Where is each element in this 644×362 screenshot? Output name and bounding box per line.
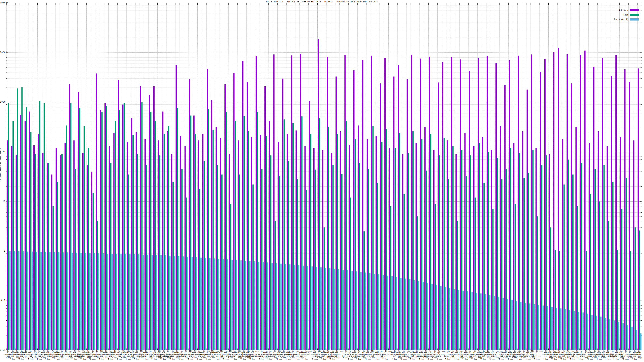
bar-not-spam	[20, 115, 21, 350]
bar-not-spam	[198, 140, 199, 350]
bar-not-spam	[562, 139, 563, 350]
bar-spam	[377, 183, 378, 350]
bar-not-spam	[149, 95, 150, 350]
bar-not-spam	[144, 139, 146, 350]
bar-not-spam	[500, 126, 501, 350]
bar-not-spam	[220, 138, 221, 350]
bar-spam	[181, 169, 182, 350]
bar-not-spam	[242, 61, 244, 350]
bar-score	[405, 279, 406, 350]
bar-score	[267, 263, 268, 350]
bar-score	[280, 264, 282, 350]
bar-score	[32, 252, 33, 350]
bar-spam	[461, 150, 462, 350]
bar-score	[174, 256, 175, 350]
bar-score	[560, 309, 562, 350]
bar-not-spam	[51, 175, 52, 350]
bar-spam	[239, 175, 240, 350]
bar-spam	[568, 159, 569, 350]
bar-score	[578, 312, 579, 350]
bar-not-spam	[522, 131, 523, 350]
bar-score	[196, 257, 197, 350]
bar-spam	[230, 204, 232, 350]
bar-score	[352, 271, 352, 350]
bar-score	[227, 259, 228, 350]
bar-not-spam	[74, 140, 75, 350]
bar-not-spam	[518, 56, 519, 350]
bar-not-spam	[433, 150, 434, 350]
bar-not-spam	[575, 127, 576, 350]
bar-spam	[204, 161, 205, 350]
bar-spam	[457, 221, 458, 350]
bar-score	[45, 252, 46, 350]
bar-not-spam	[304, 146, 306, 350]
bar-score	[49, 252, 50, 350]
bar-score	[187, 257, 188, 350]
bar-spam	[44, 103, 45, 350]
bar-spam	[630, 251, 631, 350]
plot-area	[6, 3, 642, 350]
bar-not-spam	[207, 69, 208, 350]
bar-spam	[466, 176, 467, 350]
bar-not-spam	[354, 70, 354, 350]
bar-score	[529, 304, 530, 350]
bar-not-spam	[504, 85, 506, 350]
bar-spam	[319, 118, 320, 350]
bar-score	[134, 254, 135, 350]
bar-not-spam	[527, 89, 528, 350]
legend-label-score: Score (0..1)	[614, 18, 628, 20]
bar-spam	[190, 115, 192, 350]
bar-not-spam	[371, 56, 372, 350]
bar-not-spam	[42, 153, 44, 350]
bar-spam	[390, 206, 392, 350]
bar-score	[338, 269, 339, 350]
bar-spam	[222, 175, 222, 350]
bar-score	[27, 252, 28, 350]
bar-score	[209, 258, 210, 350]
bar-not-spam	[176, 65, 177, 350]
bar-score	[365, 273, 366, 350]
bar-not-spam	[171, 154, 172, 350]
bar-not-spam	[406, 79, 408, 350]
bar-score	[147, 255, 148, 350]
bar-not-spam	[260, 135, 261, 350]
bar-spam	[368, 169, 369, 350]
bar-score	[489, 295, 490, 350]
bar-spam	[564, 184, 565, 350]
bar-score	[392, 276, 393, 350]
bar-score	[23, 251, 24, 350]
bar-spam	[21, 87, 22, 350]
bar-not-spam	[78, 92, 79, 350]
bar-not-spam	[571, 83, 572, 350]
bar-score	[285, 264, 286, 350]
bar-not-spam	[162, 112, 164, 350]
bar-not-spam	[638, 68, 639, 350]
bar-score	[502, 298, 504, 350]
bar-spam	[128, 175, 129, 350]
bar-score	[94, 253, 95, 350]
bar-spam	[577, 206, 578, 350]
bar-spam	[110, 163, 112, 350]
bar-not-spam	[349, 145, 350, 350]
bar-score	[303, 266, 304, 350]
bar-score	[54, 252, 55, 350]
bar-spam	[172, 182, 174, 350]
bar-score	[565, 309, 566, 350]
x-axis-labels: 2@bl.spamcop.net1 hop3@zen.spamhaus.org …	[0, 351, 644, 362]
bar-score	[312, 267, 313, 350]
bar-spam	[106, 106, 107, 350]
bar-spam	[519, 153, 520, 350]
bar-score	[298, 265, 300, 350]
bar-spam	[301, 116, 302, 350]
bar-not-spam	[424, 127, 426, 350]
bar-score	[485, 294, 486, 350]
bar-not-spam	[340, 131, 341, 350]
bar-spam	[30, 132, 32, 350]
bar-not-spam	[16, 155, 17, 350]
bar-not-spam	[202, 134, 204, 350]
bar-not-spam	[251, 137, 252, 350]
bar-score	[307, 266, 308, 350]
bar-spam	[608, 221, 609, 350]
bar-score	[103, 253, 104, 350]
bar-score	[631, 327, 632, 350]
